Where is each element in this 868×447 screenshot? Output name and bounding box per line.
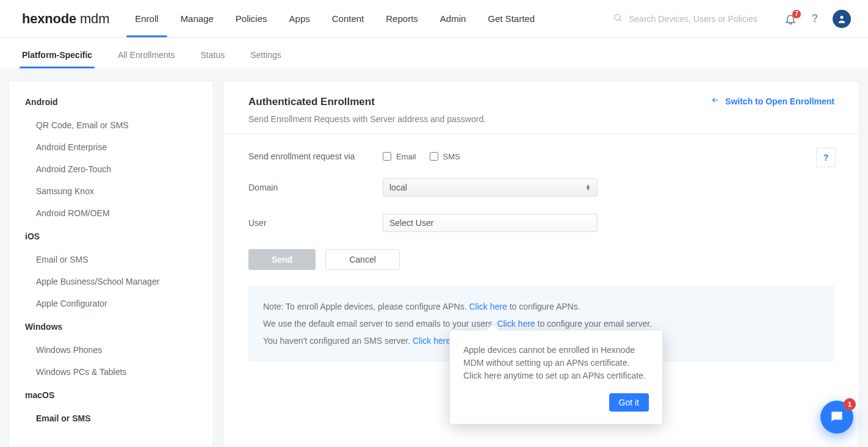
user-value: Select User [389,218,433,228]
nav-manage[interactable]: Manage [170,0,225,37]
svg-line-1 [620,20,621,21]
domain-label: Domain [248,183,383,192]
nav-enroll[interactable]: Enroll [124,0,169,37]
switch-link-label: Switch to Open Enrollment [725,96,834,106]
notification-badge: 7 [792,10,801,18]
search-input[interactable] [629,14,769,24]
user-select[interactable]: Select User [383,214,598,232]
sidebar-item[interactable]: Apple Configurator [9,293,213,314]
tab-platform-specific[interactable]: Platform-Specific [20,50,95,68]
cancel-button[interactable]: Cancel [325,249,400,270]
user-avatar[interactable] [833,10,851,28]
tab-status[interactable]: Status [198,50,228,68]
nav-policies[interactable]: Policies [225,0,278,37]
context-help-button[interactable]: ? [816,148,836,167]
header-icons: 7 ? [784,10,851,28]
email-checkbox[interactable] [383,152,391,161]
got-it-button[interactable]: Got it [609,393,649,412]
email-server-link[interactable]: Click here [497,319,535,329]
nav-admin[interactable]: Admin [429,0,477,37]
email-checkbox-wrap[interactable]: Email [383,152,416,161]
sidebar-item[interactable]: Windows Phones [9,339,213,361]
sms-checkbox-wrap[interactable]: SMS [430,152,460,161]
nav-reports[interactable]: Reports [375,0,429,37]
nav-apps[interactable]: Apps [278,0,321,37]
page-title: Authenticated Enrollment [248,96,486,108]
search-wrap [613,13,769,24]
sidebar-item[interactable]: Android Zero-Touch [9,158,213,180]
notifications-button[interactable]: 7 [784,12,797,26]
domain-select[interactable]: local ▲▼ [383,178,598,197]
search-icon [613,13,623,24]
note-text: We use the default email server to send … [263,319,497,329]
sidebar-item[interactable]: QR Code, Email or SMS [9,114,213,136]
nav-get-started[interactable]: Get Started [477,0,546,37]
brand-logo: hexnode mdm [22,11,109,27]
popover-text: Apple devices cannot be enrolled in Hexn… [463,344,649,382]
sidebar-item[interactable]: Apple Business/School Manager [9,271,213,293]
domain-value: local [389,183,407,192]
top-nav: Enroll Manage Policies Apps Content Repo… [124,0,546,37]
chat-widget[interactable]: 1 [820,401,853,434]
note-text: to configure your email server. [538,319,653,329]
sidebar-item[interactable]: Windows PCs & Tablets [9,361,213,383]
send-button[interactable]: Send [248,249,316,270]
user-label: User [248,218,383,228]
help-button[interactable]: ? [808,12,822,26]
apns-popover: Apple devices cannot be enrolled in Hexn… [449,330,663,424]
sidebar-item[interactable]: Samsung Knox [9,180,213,202]
group-ios[interactable]: iOS [9,224,213,249]
sidebar-item[interactable]: Email or SMS [9,249,213,271]
send-via-label: Send enrollment request via [248,151,383,161]
chat-icon [829,409,845,425]
apns-config-link[interactable]: Click here [469,302,507,311]
nav-content[interactable]: Content [321,0,375,37]
sms-gateway-link[interactable]: Click here [413,336,450,346]
top-header: hexnode mdm Enroll Manage Policies Apps … [0,0,868,38]
avatar-icon [837,14,847,24]
tab-all-enrollments[interactable]: All Enrollments [115,50,177,68]
group-android[interactable]: Android [9,90,213,114]
group-macos[interactable]: macOS [9,383,213,407]
arrow-left-icon [711,96,720,106]
sub-tabs: Platform-Specific All Enrollments Status… [0,38,868,68]
main-header: Authenticated Enrollment Send Enrollment… [224,81,859,134]
sms-checkbox-label: SMS [443,152,460,161]
brand-bold: hexnode [22,11,76,26]
svg-point-0 [615,15,620,20]
email-checkbox-label: Email [396,152,416,161]
sidebar-item[interactable]: Android Enterprise [9,136,213,158]
svg-point-2 [840,15,843,18]
note-text: You haven't configured an SMS server. [263,336,413,346]
sms-checkbox[interactable] [430,152,438,161]
select-caret-icon: ▲▼ [585,184,591,191]
group-windows[interactable]: Windows [9,314,213,339]
tab-settings[interactable]: Settings [248,50,284,68]
note-text: to configure APNs. [510,302,580,311]
switch-open-enrollment-link[interactable]: Switch to Open Enrollment [711,96,834,106]
sidebar-item[interactable]: Android ROM/OEM [9,202,213,224]
brand-light: mdm [76,11,109,26]
platform-sidebar: Android QR Code, Email or SMS Android En… [9,81,214,447]
page-subtitle: Send Enrollment Requests with Server add… [248,114,486,124]
note-text: Note: To enroll Apple devices, please co… [263,302,469,311]
chat-badge: 1 [844,398,856,410]
sidebar-item-selected[interactable]: Email or SMS [9,407,213,429]
